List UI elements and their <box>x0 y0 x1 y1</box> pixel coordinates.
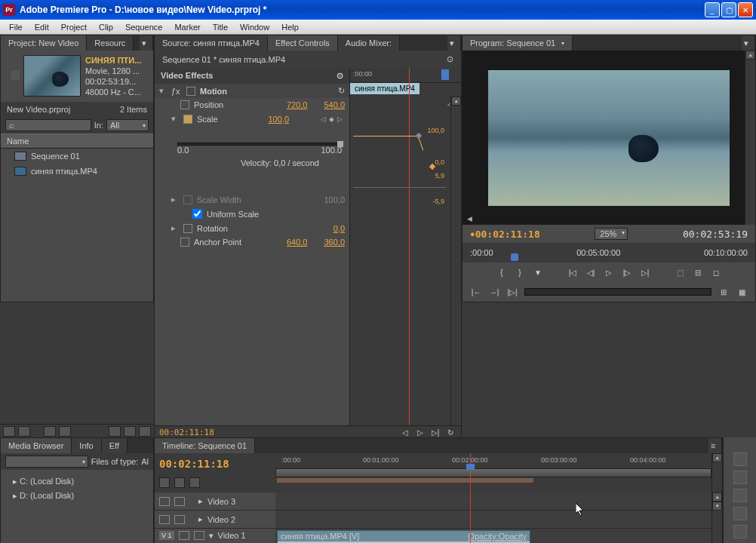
position-y[interactable]: 540,0 <box>324 100 345 109</box>
menu-file[interactable]: File <box>3 21 29 33</box>
position-x[interactable]: 720,0 <box>287 100 308 109</box>
list-view-button[interactable] <box>3 426 15 437</box>
menu-title[interactable]: Title <box>207 21 234 33</box>
timeline-timecode[interactable]: 00:02:11:18 <box>159 458 271 470</box>
track-header-v2[interactable]: ▸ Video 2 <box>155 511 275 529</box>
mini-playhead-icon[interactable] <box>441 69 449 80</box>
column-name[interactable]: Name <box>1 133 153 149</box>
program-current-timecode[interactable]: 00:02:11:18 <box>475 229 540 240</box>
work-area-bar[interactable] <box>277 478 533 483</box>
lift-button[interactable]: ⬚ <box>674 266 686 278</box>
tab-program[interactable]: Program: Sequence 01 ▾ <box>463 35 573 51</box>
goto-in-button[interactable]: |◁ <box>567 266 579 278</box>
safe-margins-button[interactable]: ▦ <box>736 286 748 298</box>
fx-toggle-icon[interactable]: ⊙ <box>337 71 343 81</box>
extract-button[interactable]: ⊟ <box>692 266 704 278</box>
tab-timeline[interactable]: Timeline: Sequence 01 <box>155 438 255 453</box>
lock-icon[interactable] <box>174 515 185 524</box>
stopwatch-icon[interactable] <box>183 224 192 233</box>
marker-button[interactable]: ▼ <box>532 266 544 278</box>
twirl-icon[interactable]: ▸ <box>171 195 179 204</box>
new-item-button[interactable] <box>124 426 136 437</box>
scale-value[interactable]: 100,0 <box>268 115 289 124</box>
menu-marker[interactable]: Marker <box>168 21 206 33</box>
eye-icon[interactable] <box>179 531 189 540</box>
tab-project[interactable]: Project: New Video <box>1 35 87 51</box>
scroll-down-button[interactable]: ▾ <box>712 502 722 511</box>
mark-out-button[interactable]: } <box>514 266 526 278</box>
lock-icon[interactable] <box>174 497 185 506</box>
twirl-icon[interactable]: ▾ <box>171 114 179 124</box>
timeline-ruler[interactable]: :00:00 00:01:00:00 00:02:00:00 00:03:00:… <box>275 453 711 486</box>
menu-window[interactable]: Window <box>234 21 275 33</box>
panel-menu-icon[interactable]: ▾ <box>742 35 755 51</box>
clip-thumbnail[interactable] <box>23 55 81 97</box>
anchor-y[interactable]: 360,0 <box>324 238 345 247</box>
jog-shuttle[interactable] <box>524 288 711 296</box>
scroll-up-button[interactable]: ▴ <box>451 97 461 106</box>
drive-item[interactable]: ▸ D: (Local Disk) <box>1 489 153 503</box>
menu-edit[interactable]: Edit <box>29 21 55 33</box>
tab-effects[interactable]: Eff <box>102 438 128 453</box>
goto-prev-button[interactable]: |← <box>470 286 482 298</box>
keyframe-diamond[interactable] <box>416 133 422 139</box>
add-keyframe-button[interactable]: ◆ <box>329 115 337 123</box>
settings-button[interactable] <box>189 477 200 488</box>
stopwatch-icon[interactable] <box>180 238 189 247</box>
eye-icon[interactable] <box>159 515 170 524</box>
scroll-up-button[interactable]: ▴ <box>745 51 755 60</box>
stopwatch-icon[interactable] <box>183 115 192 124</box>
close-button[interactable]: ✕ <box>738 2 753 17</box>
fx-playhead[interactable] <box>409 68 410 425</box>
twirl-icon[interactable]: ▾ <box>159 86 167 96</box>
playhead-handle-icon[interactable] <box>466 464 475 470</box>
reset-icon[interactable]: ↻ <box>338 86 345 96</box>
trim-button[interactable]: ⊞ <box>718 286 730 298</box>
motion-effect[interactable]: Motion <box>200 87 333 96</box>
slider-thumb[interactable] <box>337 141 343 147</box>
track-header-v1[interactable]: V 1 ▾ Video 1 <box>155 529 275 543</box>
panel-menu-icon[interactable]: ▾ <box>140 35 153 51</box>
program-ruler[interactable]: :00:00 00:05:00:00 00:10:00:00 <box>463 243 755 262</box>
directory-dropdown[interactable] <box>5 456 88 468</box>
prev-keyframe-button[interactable]: ◁ <box>321 115 328 123</box>
list-item[interactable]: синяя птица.MP4 <box>1 164 153 179</box>
timeline-playhead[interactable] <box>470 453 471 543</box>
zoom-dropdown[interactable]: 25% <box>595 228 628 240</box>
mark-in-button[interactable]: { <box>496 266 508 278</box>
track-header-v3[interactable]: ▸ Video 3 <box>155 492 275 511</box>
ripple-tool[interactable] <box>733 489 747 502</box>
rotation-value[interactable]: 0,0 <box>333 224 345 233</box>
new-bin-button[interactable] <box>109 426 121 437</box>
scale-slider[interactable] <box>177 143 342 146</box>
tab-info[interactable]: Info <box>72 438 101 453</box>
next-keyframe-button[interactable]: ▷ <box>337 115 345 123</box>
fx-timecode[interactable]: 00:02:11:18 <box>159 428 214 437</box>
goto-out-button[interactable]: ▷| <box>639 266 651 278</box>
tab-source[interactable]: Source: синяя птица.MP4 <box>155 35 268 51</box>
stopwatch-icon[interactable] <box>180 100 189 109</box>
export-frame-button[interactable]: ◻ <box>710 266 722 278</box>
menu-help[interactable]: Help <box>275 21 305 33</box>
lock-icon[interactable] <box>194 531 204 540</box>
files-of-type-value[interactable]: Al <box>141 457 149 466</box>
transform-icon[interactable] <box>186 87 195 96</box>
play-inout-button[interactable]: |▷| <box>506 286 518 298</box>
twirl-icon[interactable]: ▸ <box>171 223 179 233</box>
selection-tool[interactable] <box>733 452 747 466</box>
minimize-button[interactable]: _ <box>705 2 720 17</box>
video-clip[interactable]: синяя птица.MP4 [V] Opacity:Opacity <box>277 530 530 543</box>
tab-audio-mixer[interactable]: Audio Mixer: <box>338 35 400 51</box>
scroll-up-button[interactable]: ▴ <box>712 453 722 462</box>
prev-edit-button[interactable]: ◀ <box>467 215 472 222</box>
tab-resource[interactable]: Resourc <box>87 35 134 51</box>
trash-button[interactable] <box>139 426 151 437</box>
step-back-button[interactable]: ◁| <box>585 266 597 278</box>
rate-stretch-tool[interactable] <box>733 525 747 538</box>
list-item[interactable]: Sequence 01 <box>1 149 153 164</box>
automate-button[interactable] <box>44 426 56 437</box>
step-fwd-button[interactable]: |▷ <box>621 266 633 278</box>
drive-item[interactable]: ▸ C: (Local Disk) <box>1 474 153 489</box>
marker-button[interactable] <box>174 477 185 488</box>
menu-clip[interactable]: Clip <box>93 21 119 33</box>
